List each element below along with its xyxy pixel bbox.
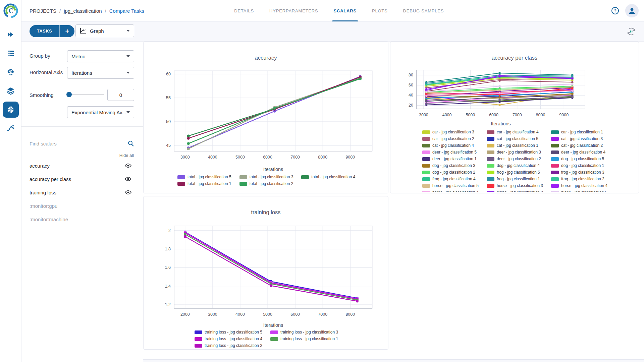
legend-entry[interactable]: dog - jpg classification 5	[551, 157, 607, 161]
smoothing-slider[interactable]	[67, 94, 104, 95]
legend-entry[interactable]: training loss - jpg classification 4	[195, 337, 262, 341]
visibility-eye-icon[interactable]	[125, 190, 131, 195]
visibility-eye-icon[interactable]	[125, 163, 131, 168]
legend-entry[interactable]: horse - jpg classification 3	[487, 183, 543, 188]
panel-divider	[30, 85, 134, 85]
legend-entry[interactable]: frog - jpg classification 1	[487, 177, 543, 181]
smoothing-type-select[interactable]: Exponential Moving Av...	[67, 106, 134, 118]
legend-swatch	[422, 150, 430, 154]
legend-label: total - jpg classification 2	[250, 181, 293, 186]
legend-entry[interactable]: dog - jpg classification 4	[487, 163, 543, 168]
breadcrumb-compare-tasks[interactable]: Compare Tasks	[109, 8, 144, 14]
user-avatar[interactable]	[625, 4, 639, 17]
search-input[interactable]	[30, 139, 134, 148]
legend-entry[interactable]: horse - jpg classification 5	[422, 183, 479, 188]
training-loss-chart-card: training loss 20003000400050006000700080…	[143, 196, 388, 350]
legend-entry[interactable]: horse - jpg classification 4	[551, 183, 607, 188]
legend-entry[interactable]: deer - jpg classification 3	[487, 150, 543, 155]
clearml-logo-icon[interactable]: C	[3, 3, 19, 19]
breadcrumb-projects[interactable]: PROJECTS	[30, 8, 56, 14]
legend-entry[interactable]: total - jpg classification 1	[177, 181, 231, 186]
tab-bar: DETAILS HYPERPARAMETERS SCALARS PLOTS DE…	[234, 0, 444, 21]
legend-entry[interactable]: deer - jpg classification 5	[422, 150, 479, 155]
workers-queues-icon[interactable]	[3, 45, 19, 61]
accuracy-per-class-line-chart[interactable]: 300040005000600070008000900020406080	[390, 66, 639, 120]
add-task-button[interactable]: +	[60, 25, 74, 37]
tab-hyperparameters[interactable]: HYPERPARAMETERS	[269, 0, 318, 21]
scalars-toolbar: TASKS + Graph	[21, 21, 644, 42]
legend-entry[interactable]: plane - jpg classification 5	[551, 190, 607, 192]
legend-swatch	[270, 337, 278, 341]
tab-plots[interactable]: PLOTS	[372, 0, 388, 21]
legend-entry[interactable]: training loss - jpg classification 1	[270, 337, 338, 341]
x-axis-label: Iterations	[174, 322, 372, 328]
legend-entry[interactable]: training loss - jpg classification 3	[270, 330, 338, 335]
scalar-item-accuracy: accuracy	[30, 162, 134, 170]
legend-swatch	[195, 344, 202, 348]
svg-text:8000: 8000	[536, 113, 545, 117]
visibility-eye-icon[interactable]	[125, 177, 131, 181]
tasks-split-button[interactable]: TASKS +	[30, 25, 74, 37]
horizontal-axis-select[interactable]: Iterations	[67, 67, 134, 79]
help-icon[interactable]: ?	[611, 7, 619, 15]
legend-entry[interactable]: cat - jpg classification 2	[551, 143, 607, 148]
legend-entry[interactable]: horse - jpg classification 1	[422, 190, 479, 192]
tab-details[interactable]: DETAILS	[234, 0, 254, 21]
legend-entry[interactable]: car - jpg classification 4	[487, 130, 543, 134]
group-by-select[interactable]: Metric	[67, 50, 134, 62]
tab-debug-samples[interactable]: DEBUG SAMPLES	[403, 0, 444, 21]
legend-entry[interactable]: training loss - jpg classification 5	[195, 330, 262, 335]
training-loss-line-chart[interactable]: 20003000400050006000700080001.21.41.61.8…	[144, 221, 389, 320]
tab-scalars[interactable]: SCALARS	[334, 0, 357, 21]
legend-swatch	[422, 191, 430, 192]
legend-entry[interactable]: total - jpg classification 2	[239, 181, 293, 186]
legend-entry[interactable]: training loss - jpg classification 2	[195, 343, 262, 348]
getting-started-icon[interactable]	[3, 26, 19, 43]
legend-entry[interactable]: dog - jpg classification 3	[422, 163, 479, 168]
legend-entry[interactable]: total - jpg classification 4	[301, 175, 355, 179]
scalar-item-monitor-gpu[interactable]: :monitor:gpu	[30, 202, 134, 210]
scalar-label: training loss	[30, 190, 56, 195]
datasets-icon[interactable]	[3, 83, 19, 99]
smoothing-value-input[interactable]	[107, 89, 134, 101]
legend-entry[interactable]: frog - jpg classification 3	[551, 170, 607, 175]
legend-entry[interactable]: horse - jpg classification 2	[487, 190, 543, 192]
svg-text:3000: 3000	[208, 312, 217, 317]
tasks-button-label[interactable]: TASKS	[30, 25, 60, 37]
legend-entry[interactable]: cat - jpg classification 1	[487, 143, 543, 148]
legend-entry[interactable]: deer - jpg classification 1	[422, 157, 479, 161]
legend-entry[interactable]: deer - jpg classification 4	[551, 150, 607, 155]
pipelines-icon[interactable]	[3, 120, 19, 136]
view-mode-select[interactable]: Graph	[75, 24, 134, 37]
auto-refresh-icon[interactable]	[626, 26, 637, 37]
legend-swatch	[177, 182, 185, 186]
cloud-services-icon[interactable]	[3, 64, 19, 80]
svg-text:50: 50	[166, 119, 171, 124]
scalar-item-monitor-machine[interactable]: :monitor:machine	[30, 215, 134, 223]
hide-all-button[interactable]: Hide all	[119, 153, 134, 158]
legend-entry[interactable]: frog - jpg classification 4	[422, 177, 479, 181]
legend-entry[interactable]: deer - jpg classification 2	[487, 157, 543, 161]
legend-entry[interactable]: dog - jpg classification 1	[551, 163, 607, 168]
breadcrumb-project-name[interactable]: jpg_classification	[64, 8, 102, 14]
legend-entry[interactable]: frog - jpg classification 5	[487, 170, 543, 175]
legend-swatch	[270, 330, 278, 334]
legend-entry[interactable]: cat - jpg classification 4	[422, 143, 479, 148]
top-header: PROJECTS / jpg_classification / Compare …	[21, 0, 644, 21]
smoothing-slider-handle[interactable]	[66, 92, 72, 97]
projects-brain-icon[interactable]	[3, 102, 19, 118]
legend-entry[interactable]: total - jpg classification 5	[177, 175, 231, 179]
panel-section-line	[21, 126, 143, 127]
search-icon[interactable]	[127, 140, 134, 147]
legend-entry[interactable]: car - jpg classification 2	[422, 136, 479, 141]
legend-entry[interactable]: car - jpg classification 3	[422, 130, 479, 134]
legend-entry[interactable]: total - jpg classification 3	[239, 175, 293, 179]
accuracy-line-chart[interactable]: 300040005000600070008000900045505560	[144, 66, 389, 164]
graphs-area: accuracy 3000400050006000700080009000455…	[143, 42, 644, 362]
legend-entry[interactable]: car - jpg classification 1	[551, 130, 607, 134]
legend-entry[interactable]: dog - jpg classification 2	[422, 170, 479, 175]
legend-label: deer - jpg classification 4	[561, 150, 605, 155]
legend-entry[interactable]: cat - jpg classification 3	[551, 136, 607, 141]
legend-entry[interactable]: cat - jpg classification 5	[487, 136, 543, 141]
legend-entry[interactable]: frog - jpg classification 2	[551, 177, 607, 181]
